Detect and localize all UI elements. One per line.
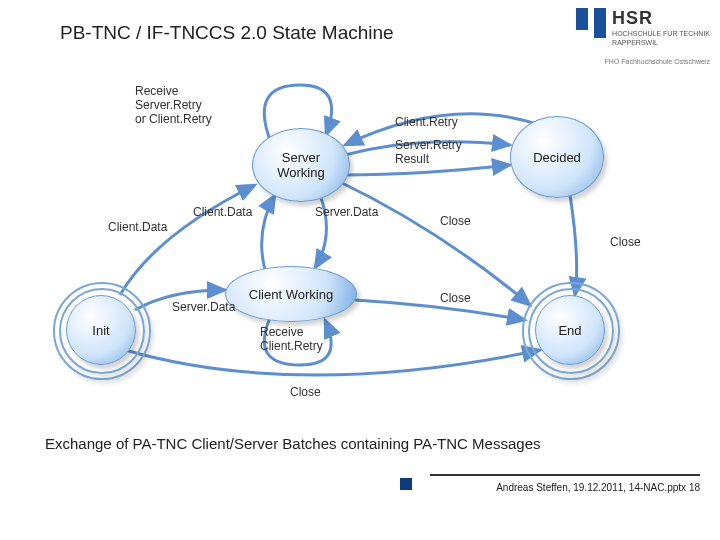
caption: Exchange of PA-TNC Client/Server Batches… <box>45 435 540 452</box>
state-init: Init <box>66 295 136 365</box>
label-server-data-left: Server.Data <box>172 300 235 314</box>
label-receive-retry: Receive Server.Retry or Client.Retry <box>135 84 212 126</box>
logo-text: HSR <box>612 8 710 29</box>
state-label: End <box>558 323 581 338</box>
label-receive-client-retry: Receive Client.Retry <box>260 325 323 353</box>
logo-sub: RAPPERSWIL <box>612 39 710 47</box>
footer-text: Andreas Steffen, 19.12.2011, 14-NAC.pptx… <box>496 482 700 493</box>
state-label: Decided <box>533 150 581 165</box>
label-close-bottom: Close <box>290 385 321 399</box>
state-end: End <box>535 295 605 365</box>
label-close-clientworking: Close <box>440 291 471 305</box>
state-client-working: Client Working <box>225 266 357 322</box>
page-title: PB-TNC / IF-TNCCS 2.0 State Machine <box>60 22 394 44</box>
label-server-retry-result: Server.Retry Result <box>395 138 462 166</box>
transitions-layer <box>0 0 720 540</box>
logo-bar-icon <box>576 8 588 30</box>
label-close-mid: Close <box>440 214 471 228</box>
state-label: Server Working <box>277 150 324 180</box>
hsr-logo: HSR HOCHSCHULE FÜR TECHNIK RAPPERSWIL <box>576 8 710 46</box>
logo-sub: HOCHSCHULE FÜR TECHNIK <box>612 30 710 38</box>
label-client-retry: Client.Retry <box>395 115 458 129</box>
label-close-decided: Close <box>610 235 641 249</box>
label-server-data-mid: Server.Data <box>315 205 378 219</box>
footer-line <box>430 474 700 476</box>
label-client-data-mid: Client.Data <box>193 205 252 219</box>
state-label: Client Working <box>249 287 333 302</box>
state-decided: Decided <box>510 116 604 198</box>
logo-fho: FHO Fachhochschule Ostschweiz <box>605 58 710 65</box>
state-label: Init <box>92 323 109 338</box>
label-client-data-left: Client.Data <box>108 220 167 234</box>
logo-bar-icon <box>594 8 606 38</box>
state-server-working: Server Working <box>252 128 350 202</box>
footer-square-icon <box>400 478 412 490</box>
